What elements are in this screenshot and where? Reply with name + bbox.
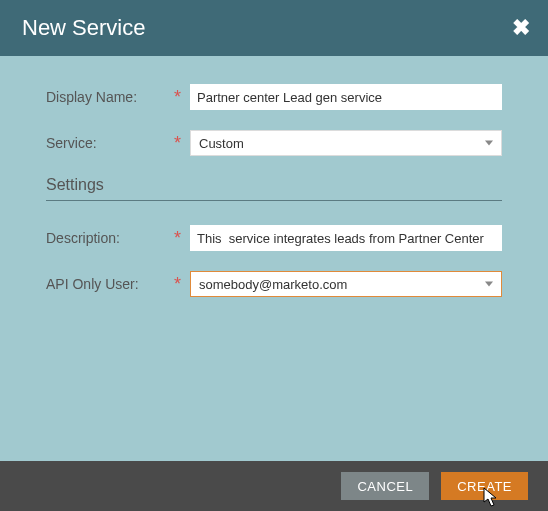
service-field: Custom [190,130,502,156]
chevron-down-icon [485,282,493,287]
description-row: Description: * [46,225,502,251]
required-mark: * [174,275,188,293]
api-only-user-field: somebody@marketo.com [190,271,502,297]
required-mark: * [174,134,188,152]
new-service-dialog: New Service ✖ Display Name: * Service: *… [0,0,548,511]
cancel-button[interactable]: CANCEL [341,472,429,500]
required-mark: * [174,88,188,106]
dialog-body: Display Name: * Service: * Custom Settin… [0,56,548,461]
settings-heading: Settings [46,176,502,194]
display-name-field [190,84,502,110]
service-label: Service: [46,135,174,151]
dialog-footer: CANCEL CREATE [0,461,548,511]
display-name-label: Display Name: [46,89,174,105]
service-select-value: Custom [199,136,244,151]
display-name-input[interactable] [190,84,502,110]
api-only-user-value: somebody@marketo.com [199,277,347,292]
settings-divider [46,200,502,201]
create-button[interactable]: CREATE [441,472,528,500]
description-label: Description: [46,230,174,246]
api-only-user-select[interactable]: somebody@marketo.com [190,271,502,297]
dialog-title: New Service [22,15,512,41]
description-field [190,225,502,251]
close-icon[interactable]: ✖ [512,17,530,39]
required-mark: * [174,229,188,247]
service-row: Service: * Custom [46,130,502,156]
description-input[interactable] [190,225,502,251]
api-only-user-label: API Only User: [46,276,174,292]
display-name-row: Display Name: * [46,84,502,110]
dialog-header: New Service ✖ [0,0,548,56]
api-only-user-row: API Only User: * somebody@marketo.com [46,271,502,297]
chevron-down-icon [485,141,493,146]
service-select[interactable]: Custom [190,130,502,156]
